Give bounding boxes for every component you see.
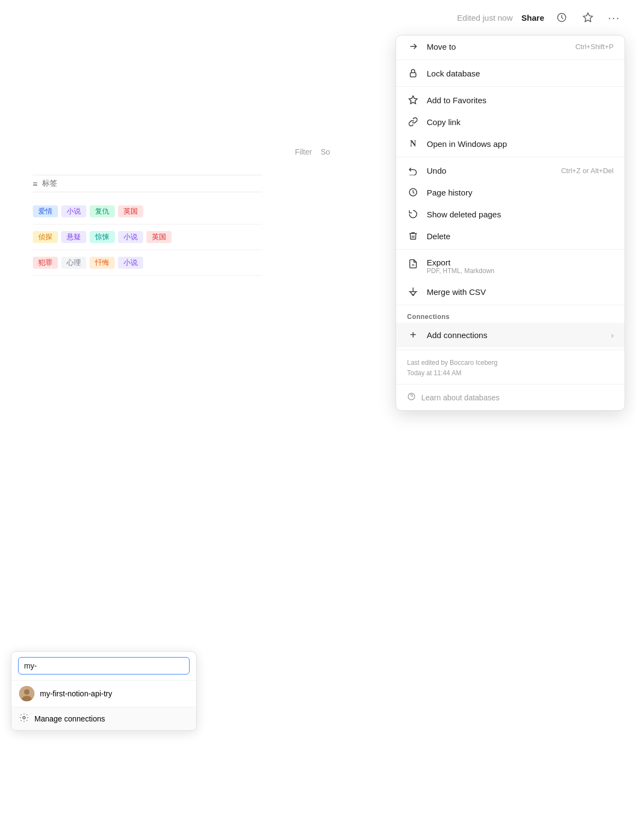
tag-yingguo-2[interactable]: 英国 bbox=[146, 231, 172, 243]
topbar: Edited just now Share ··· bbox=[0, 0, 636, 35]
star-icon bbox=[407, 95, 419, 105]
favorite-star-icon[interactable] bbox=[579, 9, 597, 26]
menu-divider-7 bbox=[396, 384, 625, 384]
chevron-right-icon: › bbox=[611, 331, 614, 340]
database-area: ≡ 标签 爱情 小说 复仇 英国 侦探 悬疑 惊悚 小说 英国 犯罪 心理 忏悔… bbox=[33, 175, 262, 276]
add-connections-label: Add connections bbox=[427, 330, 487, 340]
db-header-label: 标签 bbox=[42, 179, 57, 188]
show-deleted-label: Show deleted pages bbox=[427, 210, 501, 219]
tag-xiaoshuo-2[interactable]: 小说 bbox=[118, 231, 143, 243]
history-icon[interactable] bbox=[553, 9, 570, 26]
menu-divider-2 bbox=[396, 86, 625, 87]
undo-icon bbox=[407, 165, 419, 175]
move-to-item[interactable]: Move to Ctrl+Shift+P bbox=[396, 36, 625, 57]
svg-marker-1 bbox=[584, 13, 593, 22]
copy-link-label: Copy link bbox=[427, 117, 461, 127]
lock-database-item[interactable]: Lock database bbox=[396, 62, 625, 84]
last-edited-by: Last edited by Boccaro Iceberg bbox=[407, 358, 614, 368]
svg-point-5 bbox=[23, 717, 26, 719]
merge-csv-item[interactable]: Merge with CSV bbox=[396, 281, 625, 303]
filter-button[interactable]: Filter bbox=[295, 147, 312, 156]
undo-item[interactable]: Undo Ctrl+Z or Alt+Del bbox=[396, 159, 625, 181]
open-windows-item[interactable]: N Open in Windows app bbox=[396, 133, 625, 155]
move-to-label: Move to bbox=[427, 42, 456, 51]
copy-link-item[interactable]: Copy link bbox=[396, 111, 625, 133]
move-to-icon bbox=[407, 42, 419, 51]
merge-csv-label: Merge with CSV bbox=[427, 287, 486, 297]
connections-section-label: Connections bbox=[396, 307, 625, 323]
menu-divider-3 bbox=[396, 157, 625, 157]
conn-search-input[interactable] bbox=[18, 657, 190, 675]
lock-icon bbox=[407, 68, 419, 78]
export-formats: PDF, HTML, Markdown bbox=[427, 267, 494, 275]
manage-connections-label: Manage connections bbox=[34, 714, 105, 723]
learn-databases-label: Learn about databases bbox=[421, 393, 499, 402]
db-column-header: ≡ 标签 bbox=[33, 175, 262, 192]
list-icon: ≡ bbox=[33, 179, 38, 188]
help-icon bbox=[407, 392, 416, 403]
menu-divider-1 bbox=[396, 60, 625, 60]
show-deleted-item[interactable]: Show deleted pages bbox=[396, 203, 625, 225]
dropdown-menu: Move to Ctrl+Shift+P Lock database Add t… bbox=[396, 35, 625, 411]
export-item[interactable]: Export PDF, HTML, Markdown bbox=[396, 252, 625, 281]
merge-csv-icon bbox=[407, 287, 419, 297]
conn-search-wrap bbox=[11, 652, 196, 681]
show-deleted-icon bbox=[407, 209, 419, 219]
connections-popup: my-first-notion-api-try Manage connectio… bbox=[11, 651, 197, 731]
export-icon bbox=[407, 259, 419, 269]
svg-rect-6 bbox=[410, 73, 416, 77]
table-row: 犯罪 心理 忏悔 小说 bbox=[33, 250, 262, 276]
svg-marker-7 bbox=[409, 96, 417, 104]
tag-xiaoshuo-1[interactable]: 小说 bbox=[61, 205, 86, 217]
tag-chanhui[interactable]: 忏悔 bbox=[90, 257, 115, 269]
tag-fanzui[interactable]: 犯罪 bbox=[33, 257, 58, 269]
delete-label: Delete bbox=[427, 232, 450, 241]
conn-result-item[interactable]: my-first-notion-api-try bbox=[11, 681, 196, 707]
gear-icon bbox=[19, 713, 29, 725]
filter-bar: Filter So bbox=[295, 147, 330, 156]
learn-databases-item[interactable]: Learn about databases bbox=[396, 387, 625, 410]
delete-item[interactable]: Delete bbox=[396, 225, 625, 247]
page-history-item[interactable]: Page history bbox=[396, 181, 625, 203]
sort-button[interactable]: So bbox=[321, 147, 330, 156]
tag-xuanyi[interactable]: 悬疑 bbox=[61, 231, 86, 243]
add-favorites-label: Add to Favorites bbox=[427, 96, 486, 105]
manage-connections-button[interactable]: Manage connections bbox=[11, 707, 196, 730]
menu-divider-6 bbox=[396, 350, 625, 350]
share-button[interactable]: Share bbox=[521, 13, 544, 22]
undo-shortcut: Ctrl+Z or Alt+Del bbox=[561, 167, 614, 175]
add-favorites-item[interactable]: Add to Favorites bbox=[396, 89, 625, 111]
tag-xinli[interactable]: 心理 bbox=[61, 257, 86, 269]
table-row: 侦探 悬疑 惊悚 小说 英国 bbox=[33, 224, 262, 250]
menu-divider-4 bbox=[396, 249, 625, 250]
more-options-icon[interactable]: ··· bbox=[605, 9, 623, 26]
menu-footer: Last edited by Boccaro Iceberg Today at … bbox=[396, 352, 625, 382]
table-row: 爱情 小说 复仇 英国 bbox=[33, 199, 262, 224]
add-connections-item[interactable]: + Add connections › bbox=[396, 323, 625, 347]
conn-avatar bbox=[19, 686, 34, 701]
add-connections-icon: + bbox=[407, 329, 419, 341]
tag-xiaoshuo-3[interactable]: 小说 bbox=[118, 257, 143, 269]
last-edited-time: Today at 11:44 AM bbox=[407, 368, 614, 378]
conn-result-name: my-first-notion-api-try bbox=[40, 689, 112, 698]
link-icon bbox=[407, 117, 419, 127]
edited-timestamp: Edited just now bbox=[457, 13, 513, 22]
lock-database-label: Lock database bbox=[427, 69, 480, 78]
page-history-label: Page history bbox=[427, 188, 472, 197]
undo-label: Undo bbox=[427, 166, 446, 175]
trash-icon bbox=[407, 231, 419, 241]
svg-point-3 bbox=[24, 689, 30, 695]
page-history-icon bbox=[407, 187, 419, 197]
open-windows-label: Open in Windows app bbox=[427, 139, 507, 149]
tag-yingguo-1[interactable]: 英国 bbox=[118, 205, 143, 217]
tag-zhentian[interactable]: 侦探 bbox=[33, 231, 58, 243]
tag-aiqing[interactable]: 爱情 bbox=[33, 205, 58, 217]
notion-icon: N bbox=[407, 139, 419, 149]
move-to-shortcut: Ctrl+Shift+P bbox=[575, 43, 614, 51]
menu-divider-5 bbox=[396, 305, 625, 305]
export-label: Export bbox=[427, 258, 494, 267]
tag-fuchou[interactable]: 复仇 bbox=[90, 205, 115, 217]
tag-jingsong[interactable]: 惊悚 bbox=[90, 231, 115, 243]
